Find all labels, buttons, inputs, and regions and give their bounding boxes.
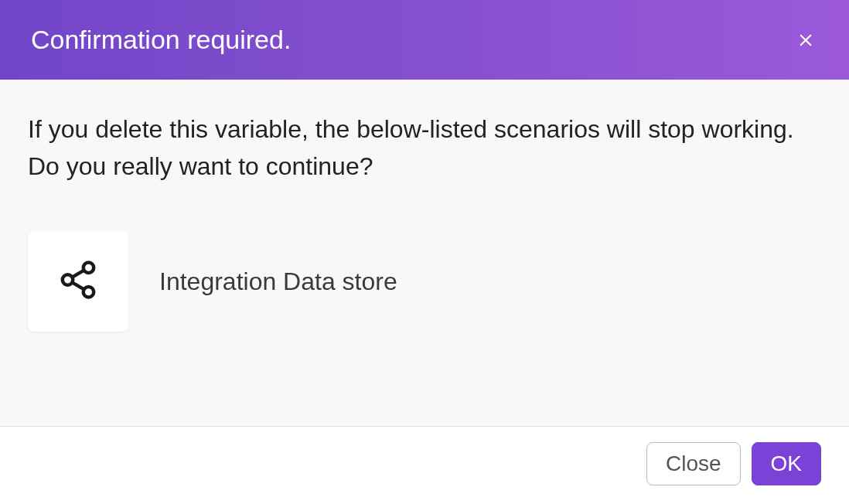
dialog-footer: Close OK: [0, 426, 849, 504]
scenario-icon-box: [28, 231, 128, 332]
dialog-title: Confirmation required.: [31, 25, 291, 55]
scenario-name: Integration Data store: [159, 267, 397, 296]
dialog-body: If you delete this variable, the below-l…: [0, 80, 849, 426]
svg-point-0: [84, 263, 94, 274]
scenario-item: Integration Data store: [28, 231, 821, 332]
svg-point-2: [84, 287, 94, 298]
dialog-header: Confirmation required.: [0, 0, 849, 80]
close-icon[interactable]: [793, 28, 818, 53]
warning-message: If you delete this variable, the below-l…: [28, 111, 821, 185]
svg-point-1: [63, 274, 73, 285]
svg-line-3: [72, 282, 84, 289]
svg-line-4: [72, 271, 84, 278]
share-icon: [57, 259, 99, 304]
close-button[interactable]: Close: [646, 442, 741, 485]
confirmation-dialog: Confirmation required. If you delete thi…: [0, 0, 849, 504]
ok-button[interactable]: OK: [752, 442, 821, 485]
